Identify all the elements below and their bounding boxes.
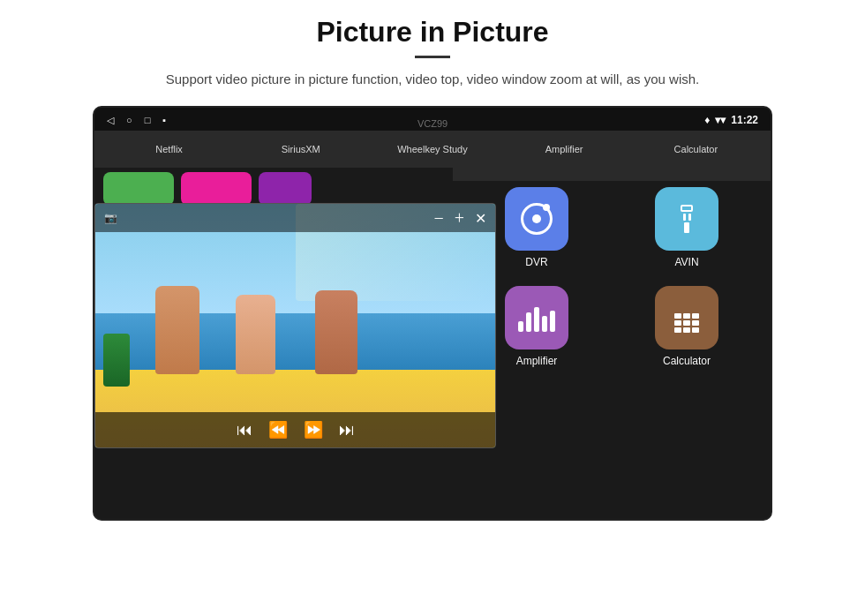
video-plus-btn[interactable]: +: [455, 208, 464, 229]
amplifier-bottom-label: Amplifier: [545, 144, 583, 154]
person-2: [236, 295, 275, 374]
amplifier-label: Amplifier: [516, 355, 558, 367]
calc-key-2: [683, 313, 690, 319]
calc-keys: [674, 313, 699, 333]
calculator-app-item[interactable]: Calculator: [612, 275, 762, 374]
video-header-right: − + ✕: [433, 208, 486, 229]
video-header: 📷 − + ✕: [95, 204, 495, 232]
page-title: Picture in Picture: [316, 16, 548, 49]
tree-left: [103, 334, 130, 387]
calc-key-9: [692, 327, 699, 333]
siriusxm-top-btn[interactable]: [181, 172, 252, 206]
amp-bar-2: [526, 312, 531, 332]
dvr-app-icon: [505, 187, 568, 251]
recent-icon[interactable]: □: [145, 115, 151, 125]
location-icon: ♦: [704, 114, 710, 126]
wheelkey-bottom-label: Wheelkey Study: [397, 144, 467, 154]
amp-bar-5: [550, 311, 555, 332]
bottom-labels-row: Netflix SiriusXM Wheelkey Study Amplifie…: [94, 131, 771, 168]
netflix-top-btn[interactable]: [103, 172, 174, 206]
video-header-left: 📷: [104, 212, 117, 225]
wheelkey-bottom-item[interactable]: Wheelkey Study: [388, 144, 477, 154]
netflix-bottom-item[interactable]: Netflix: [125, 144, 214, 154]
siriusxm-bottom-label: SiriusXM: [282, 144, 320, 154]
title-divider: [415, 56, 450, 58]
calc-key-3: [692, 313, 699, 319]
dvr-dot: [543, 204, 550, 211]
amp-bar-3: [534, 307, 539, 332]
person-1: [155, 286, 199, 374]
watermark: VCZ99: [417, 118, 448, 129]
siriusxm-bottom-item[interactable]: SiriusXM: [257, 144, 345, 154]
calculator-bottom-item[interactable]: Calculator: [651, 144, 740, 154]
calc-key-6: [692, 320, 699, 326]
netflix-bottom-label: Netflix: [155, 144, 183, 154]
forward-btn[interactable]: ⏩: [304, 420, 323, 439]
avin-plug-head: [681, 205, 693, 212]
back-icon[interactable]: ◁: [107, 115, 114, 126]
status-bar-right: ♦ ▾▾ 11:22: [704, 114, 758, 126]
amp-bars-icon: [518, 304, 555, 332]
video-camera-icon: 📷: [104, 212, 117, 225]
calc-key-4: [674, 320, 681, 326]
calculator-label: Calculator: [663, 355, 711, 367]
video-close-btn[interactable]: ✕: [475, 210, 486, 227]
calculator-bottom-label: Calculator: [674, 144, 718, 154]
avin-label: AVIN: [674, 256, 698, 268]
top-app-row: [103, 172, 312, 206]
calc-key-1: [674, 313, 681, 319]
prev-btn[interactable]: ⏮: [237, 421, 252, 439]
cast-icon: ▪: [162, 115, 166, 125]
video-minus-btn[interactable]: −: [433, 208, 443, 229]
avin-app-item[interactable]: AVIN: [612, 177, 762, 275]
amplifier-app-icon: [505, 286, 568, 349]
person-3: [315, 290, 357, 374]
avin-plug-icon: [681, 205, 693, 233]
calc-key-5: [683, 320, 690, 326]
avin-pin-2: [688, 214, 691, 221]
next-btn[interactable]: ⏭: [339, 421, 355, 439]
video-window[interactable]: 📷 − + ✕: [94, 203, 496, 448]
page-description: Support video picture in picture functio…: [166, 69, 699, 90]
status-time: 11:22: [731, 114, 758, 126]
calc-key-7: [674, 327, 681, 333]
avin-plug-body: [684, 222, 689, 233]
wifi-signal-icon: ▾▾: [715, 114, 726, 126]
device-frame: ◁ ○ □ ▪ ♦ ▾▾ 11:22 ⌂ ⚡ ▾ 5:28 PM 📷 🔊: [93, 106, 772, 521]
status-bar-left: ◁ ○ □ ▪: [107, 115, 166, 126]
avin-app-icon: [655, 187, 718, 251]
video-controls: ⏮ ⏪ ⏩ ⏭: [95, 412, 495, 447]
avin-pin-1: [683, 214, 686, 221]
wheelkey-top-btn[interactable]: [259, 172, 312, 206]
calc-key-8: [683, 327, 690, 333]
dvr-label: DVR: [525, 256, 547, 268]
calc-layout: [674, 303, 699, 333]
rewind-btn[interactable]: ⏪: [268, 420, 288, 439]
video-content: [95, 204, 495, 447]
page-container: Picture in Picture Support video picture…: [0, 0, 865, 616]
app-grid: DVR AVIN: [453, 168, 771, 181]
avin-pins: [683, 214, 691, 221]
amp-bar-4: [542, 316, 547, 332]
home-icon[interactable]: ○: [126, 115, 132, 125]
amplifier-bottom-item[interactable]: Amplifier: [520, 144, 608, 154]
calculator-app-icon: [655, 286, 718, 349]
dvr-icon-inner: [521, 203, 553, 235]
amp-bar-1: [518, 321, 523, 332]
